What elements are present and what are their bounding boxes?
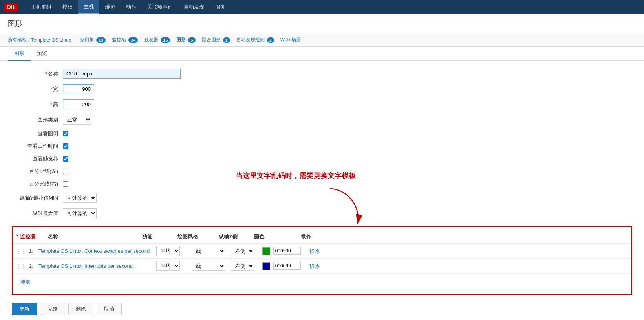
breadcrumb-tab-graphs[interactable]: 图形 — [176, 37, 186, 43]
main-content: *名称 *宽 *高 图形类别 正常 堆叠 饼图 爆炸图 查看图例 查看工作时间 … — [0, 61, 644, 320]
nav-discovery[interactable]: 自动发现 — [178, 0, 210, 14]
col-style-1: 线填充区域粗线点线 — [192, 246, 231, 256]
input-name[interactable] — [63, 69, 181, 79]
col-func-2: 平均最小最大总计最后 — [156, 261, 192, 271]
form-row-worktime: 查看工作时间 — [12, 143, 632, 150]
required-star-height: * — [50, 101, 52, 107]
nav-actions[interactable]: 动作 — [121, 0, 142, 14]
col-action-2: 移除 — [309, 263, 333, 270]
annotation-arrow — [322, 185, 369, 232]
input-height[interactable] — [63, 99, 94, 109]
label-name: *名称 — [12, 70, 63, 77]
page-title: 图形 — [8, 19, 636, 28]
col-yaxis-2: 左侧右侧 — [231, 261, 262, 271]
color-swatch-1[interactable] — [262, 247, 270, 255]
required-star-name: * — [45, 71, 47, 77]
nav-correlation[interactable]: 关联项事件 — [142, 0, 178, 14]
color-swatch-2[interactable] — [262, 262, 270, 270]
breadcrumb-bar: 所有模板 / Template OS Linux 应用集 10 监控项 34 触… — [0, 33, 644, 47]
form-row-width: *宽 — [12, 84, 632, 94]
monitor-link-1[interactable]: Template OS Linux: Context switches per … — [38, 248, 150, 254]
btn-update[interactable]: 更新 — [12, 303, 37, 315]
drag-handle-1[interactable]: ⋮⋮ — [16, 248, 26, 254]
select-yaxis-2[interactable]: 左侧右侧 — [231, 261, 254, 271]
logo: DIt — [4, 3, 18, 11]
form-row-legend: 查看图例 — [12, 130, 632, 137]
remove-link-1[interactable]: 移除 — [309, 248, 320, 254]
form-row-name: *名称 — [12, 69, 632, 79]
required-star-width: * — [50, 86, 52, 92]
checkbox-percentleft[interactable] — [63, 169, 68, 174]
add-monitor-link[interactable]: 添加 — [16, 275, 35, 289]
btn-delete[interactable]: 删除 — [68, 303, 93, 315]
col-header-style: 绘图风格 — [177, 233, 219, 240]
col-action-1: 移除 — [309, 248, 333, 255]
col-style-2: 线填充区域粗线点线 — [192, 261, 231, 271]
label-percentright: 百分比线(右) — [12, 180, 63, 188]
checkbox-worktime[interactable] — [63, 143, 68, 149]
badge-screengraphs: 1 — [223, 37, 230, 43]
btn-bar: 更新 克隆 删除 取消 — [12, 303, 632, 315]
form-row-height: *高 — [12, 99, 632, 109]
col-name-1: Template OS Linux: Context switches per … — [38, 248, 156, 254]
label-type: 图形类别 — [12, 116, 63, 123]
col-header-color: 颜色 — [254, 233, 301, 240]
select-func-2[interactable]: 平均最小最大总计最后 — [156, 261, 180, 271]
breadcrumb-tab-autodiscovery[interactable]: 自动发现规则 — [236, 37, 265, 43]
nav-host[interactable]: 主机 — [78, 0, 99, 14]
nav-maintenance[interactable]: 维护 — [99, 0, 121, 14]
select-yaxis-1[interactable]: 左侧右侧 — [231, 246, 254, 256]
select-style-1[interactable]: 线填充区域粗线点线 — [192, 246, 225, 256]
breadcrumb-all-templates[interactable]: 所有模板 — [8, 37, 27, 43]
badge-graphs: 5 — [188, 37, 195, 43]
nav-template[interactable]: 模板 — [57, 0, 78, 14]
monitor-row-2: ⋮⋮ 2: Template OS Linux: Interrupts per … — [13, 259, 631, 274]
form-row-type: 图形类别 正常 堆叠 饼图 爆炸图 — [12, 115, 632, 125]
col-yaxis-1: 左侧右侧 — [231, 246, 262, 256]
col-header-name: 名称 — [36, 233, 142, 240]
col-color-2 — [262, 262, 309, 270]
select-type[interactable]: 正常 堆叠 饼图 爆炸图 — [63, 115, 91, 125]
select-style-2[interactable]: 线填充区域粗线点线 — [192, 261, 225, 271]
label-triggers: 查看触发器 — [12, 155, 63, 162]
tab-graphs[interactable]: 图形 — [8, 47, 31, 61]
label-ymax: 纵轴最大值 — [12, 210, 63, 217]
tab-preview[interactable]: 预览 — [31, 47, 53, 61]
badge-apps: 10 — [96, 37, 106, 43]
form-row-triggers: 查看触发器 — [12, 155, 632, 162]
breadcrumb-tab-apps[interactable]: 应用集 — [80, 37, 94, 43]
color-input-1[interactable] — [273, 247, 301, 255]
monitor-link-2[interactable]: Template OS Linux: Interrupts per second — [38, 263, 133, 269]
badge-monitors: 34 — [128, 37, 138, 43]
color-input-2[interactable] — [273, 262, 301, 270]
checkbox-percentright[interactable] — [63, 181, 68, 187]
remove-link-2[interactable]: 移除 — [309, 263, 320, 269]
breadcrumb-sep1: / — [28, 37, 29, 43]
nav-services[interactable]: 服务 — [210, 0, 231, 14]
breadcrumb-tab-triggers[interactable]: 触发器 — [144, 37, 158, 43]
checkbox-legend[interactable] — [63, 131, 68, 136]
label-legend: 查看图例 — [12, 130, 63, 137]
badge-autodiscovery: 2 — [267, 37, 274, 43]
col-color-1 — [262, 247, 309, 255]
btn-cancel[interactable]: 取消 — [97, 303, 122, 315]
input-width[interactable] — [63, 84, 94, 94]
col-func-1: 平均最小最大总计最后 — [156, 246, 192, 256]
breadcrumb-template-os-linux[interactable]: Template OS Linux — [31, 37, 71, 43]
btn-clone[interactable]: 克隆 — [40, 303, 65, 315]
checkbox-triggers[interactable] — [63, 156, 68, 162]
breadcrumb-tab-screengraphs[interactable]: 聚合图形 — [202, 37, 221, 43]
sub-tabs: 图形 预览 — [0, 47, 644, 61]
page-title-bar: 图形 — [0, 14, 644, 33]
breadcrumb-tab-webscenarios[interactable]: Web 场景 — [280, 37, 301, 43]
nav-hostgroup[interactable]: 主机群组 — [26, 0, 57, 14]
select-ymin[interactable]: 可计算的 固定 监控项 — [63, 193, 97, 203]
col-header-yaxis: 纵轴Y侧 — [219, 233, 254, 240]
add-row: 添加 — [13, 274, 631, 290]
drag-handle-2[interactable]: ⋮⋮ — [16, 263, 26, 269]
breadcrumb-tab-monitors[interactable]: 监控项 — [112, 37, 126, 43]
select-ymax[interactable]: 可计算的 固定 监控项 — [63, 208, 97, 218]
col-header-func: 功能 — [142, 233, 177, 240]
select-func-1[interactable]: 平均最小最大总计最后 — [156, 246, 180, 256]
top-nav: 主机群组 模板 主机 维护 动作 关联项事件 自动发现 服务 — [26, 0, 231, 14]
